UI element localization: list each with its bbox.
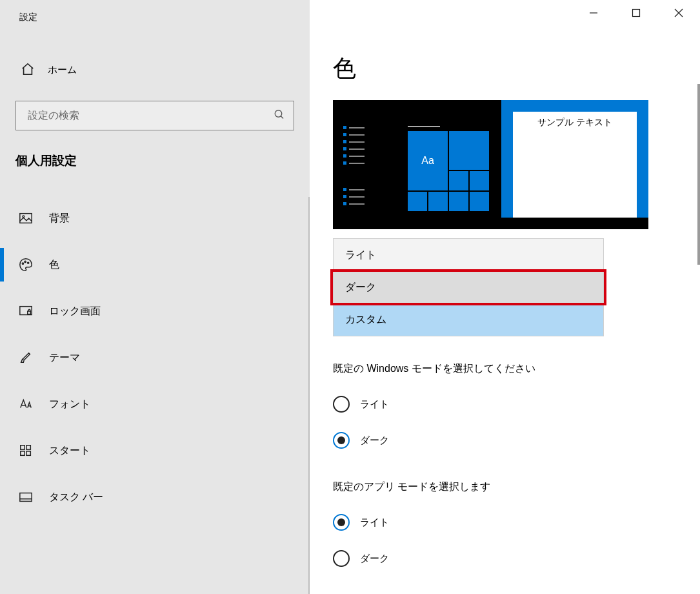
radio-icon bbox=[333, 396, 350, 413]
close-button[interactable] bbox=[657, 0, 700, 26]
window-controls bbox=[310, 0, 700, 30]
page-heading: 色 bbox=[333, 53, 677, 85]
palette-icon bbox=[18, 258, 34, 272]
svg-rect-8 bbox=[21, 446, 25, 449]
dropdown-option-custom[interactable]: カスタム bbox=[334, 303, 603, 336]
home-icon bbox=[21, 62, 35, 78]
nav-item-start[interactable]: スタート bbox=[0, 427, 310, 474]
svg-rect-11 bbox=[26, 451, 30, 455]
search-box bbox=[15, 101, 294, 130]
svg-rect-10 bbox=[21, 451, 25, 455]
home-label: ホーム bbox=[48, 64, 77, 76]
nav-label: フォント bbox=[49, 398, 90, 411]
app-mode-dark-radio[interactable]: ダーク bbox=[333, 540, 677, 577]
svg-point-2 bbox=[23, 216, 25, 218]
radio-label: ダーク bbox=[360, 553, 389, 565]
radio-icon bbox=[333, 514, 350, 531]
color-preview: Aa サンプル テキスト bbox=[333, 100, 648, 229]
nav-item-taskbar[interactable]: タスク バー bbox=[0, 474, 310, 520]
svg-point-4 bbox=[25, 261, 26, 262]
nav-label: 背景 bbox=[49, 212, 70, 225]
image-icon bbox=[18, 211, 34, 225]
nav-label: ロック画面 bbox=[49, 305, 101, 318]
svg-point-5 bbox=[28, 262, 29, 263]
preview-menu-lines bbox=[343, 126, 365, 209]
windows-mode-light-radio[interactable]: ライト bbox=[333, 386, 677, 422]
scrollbar[interactable] bbox=[697, 84, 700, 265]
settings-sidebar: 設定 ホーム 個人用設定 背景 bbox=[0, 0, 310, 594]
page-body: 色 Aa bbox=[310, 30, 700, 577]
taskbar-icon bbox=[18, 490, 34, 504]
font-icon bbox=[18, 397, 34, 411]
dropdown-option-dark[interactable]: ダーク bbox=[334, 271, 603, 303]
nav-item-lockscreen[interactable]: ロック画面 bbox=[0, 288, 310, 334]
svg-point-0 bbox=[275, 110, 282, 118]
preview-tiles: Aa bbox=[408, 126, 489, 211]
windows-mode-radio-group: ライト ダーク bbox=[333, 386, 677, 458]
radio-icon bbox=[333, 550, 350, 567]
preview-sample-window: サンプル テキスト bbox=[501, 100, 648, 218]
content-pane: 色 Aa bbox=[310, 0, 700, 594]
app-title: 設定 bbox=[0, 0, 310, 23]
svg-rect-9 bbox=[26, 446, 30, 449]
app-mode-radio-group: ライト ダーク bbox=[333, 504, 677, 577]
maximize-button[interactable] bbox=[615, 0, 657, 26]
start-icon bbox=[18, 444, 34, 458]
nav-item-themes[interactable]: テーマ bbox=[0, 334, 310, 381]
color-mode-dropdown[interactable]: ライト ダーク カスタム bbox=[333, 238, 604, 336]
preview-tile-aa: Aa bbox=[408, 131, 448, 190]
dropdown-option-light[interactable]: ライト bbox=[334, 239, 603, 271]
svg-rect-15 bbox=[633, 10, 640, 17]
nav-item-colors[interactable]: 色 bbox=[0, 241, 310, 288]
nav-item-background[interactable]: 背景 bbox=[0, 195, 310, 241]
nav-list: 背景 色 ロック画面 テーマ フォント bbox=[0, 195, 310, 520]
app-mode-light-radio[interactable]: ライト bbox=[333, 504, 677, 540]
search-input[interactable] bbox=[15, 101, 294, 130]
radio-label: ライト bbox=[360, 398, 389, 411]
nav-label: スタート bbox=[49, 444, 90, 458]
windows-mode-dark-radio[interactable]: ダーク bbox=[333, 422, 677, 458]
nav-item-fonts[interactable]: フォント bbox=[0, 381, 310, 427]
svg-rect-1 bbox=[20, 214, 32, 223]
minimize-button[interactable] bbox=[572, 0, 615, 26]
svg-point-3 bbox=[22, 263, 23, 264]
home-nav[interactable]: ホーム bbox=[0, 58, 310, 81]
svg-rect-7 bbox=[28, 311, 31, 314]
nav-label: 色 bbox=[49, 258, 59, 272]
app-mode-label: 既定のアプリ モードを選択します bbox=[333, 480, 677, 494]
brush-icon bbox=[18, 351, 34, 365]
lockscreen-icon bbox=[18, 304, 34, 318]
radio-label: ダーク bbox=[360, 435, 389, 447]
search-icon bbox=[274, 109, 285, 123]
nav-label: タスク バー bbox=[49, 491, 103, 504]
nav-label: テーマ bbox=[49, 351, 80, 365]
sample-text: サンプル テキスト bbox=[537, 117, 612, 127]
radio-label: ライト bbox=[360, 517, 389, 529]
windows-mode-label: 既定の Windows モードを選択してください bbox=[333, 362, 677, 376]
radio-icon bbox=[333, 432, 350, 449]
svg-rect-12 bbox=[20, 493, 32, 502]
category-title: 個人用設定 bbox=[0, 130, 310, 169]
